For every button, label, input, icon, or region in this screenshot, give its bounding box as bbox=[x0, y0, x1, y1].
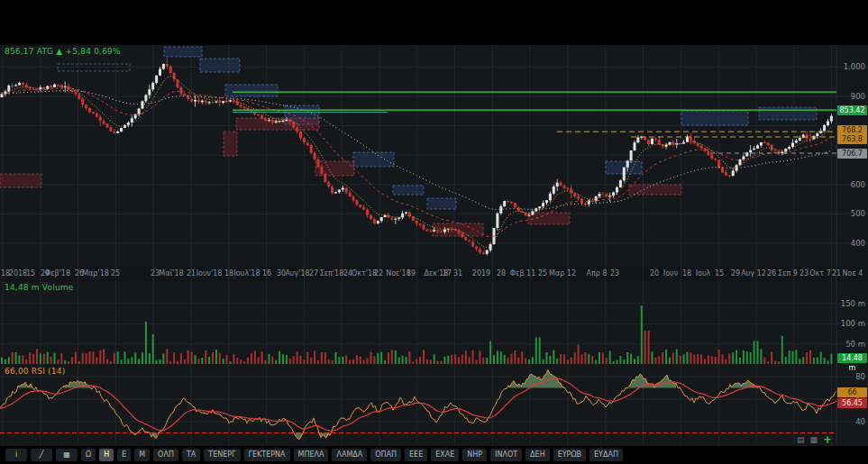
interval-button-Ε[interactable]: Ε bbox=[117, 449, 131, 461]
grid-icon-button[interactable]: ▦ bbox=[56, 449, 78, 461]
chart-style-icon[interactable]: ▦ bbox=[810, 435, 818, 444]
time-label: Ιουν bbox=[663, 269, 678, 277]
time-label: 27 bbox=[309, 269, 318, 277]
rsi-badge: 56.45 bbox=[837, 398, 867, 408]
time-label: Οκτ 7 bbox=[809, 269, 830, 277]
trading-chart-screen: 856,17 ATG ▲ +5,84 0,69% 14,48 m Volume … bbox=[0, 0, 868, 464]
time-label: Ιουν'18 bbox=[196, 269, 223, 277]
time-label: 16 bbox=[262, 269, 271, 277]
time-label: Νοε 4 bbox=[843, 269, 863, 277]
time-label: 23 bbox=[799, 269, 809, 277]
time-label: 2018 bbox=[9, 269, 27, 277]
time-label: 31 bbox=[453, 269, 462, 277]
ticker-button-ΓΕΚΤΕΡΝΑ[interactable]: ΓΕΚΤΕΡΝΑ bbox=[244, 449, 290, 461]
volume-tick: 100 m bbox=[838, 319, 865, 328]
time-label: Απρ 8 bbox=[587, 269, 608, 277]
time-label: Ιουλ bbox=[696, 269, 711, 277]
trendline-icon-button[interactable]: ╱ bbox=[31, 449, 52, 461]
ticker-button-ΔΕΗ[interactable]: ΔΕΗ bbox=[525, 449, 550, 461]
time-label: 28 bbox=[497, 269, 506, 277]
time-label: Σεπ 9 bbox=[778, 269, 798, 277]
time-label: 25 bbox=[538, 269, 547, 277]
interval-button-Μ[interactable]: Μ bbox=[134, 449, 150, 461]
price-badge: 853.42 bbox=[837, 105, 867, 115]
time-label: 2019 bbox=[472, 269, 490, 277]
time-label: 15 bbox=[715, 269, 724, 277]
time-label: Φεβ'18 bbox=[45, 269, 70, 277]
time-label: Σεπ'18 bbox=[320, 269, 344, 277]
time-label: Μαϊ'18 bbox=[159, 269, 183, 277]
ticker-button-ΕΥΔΑΠ[interactable]: ΕΥΔΑΠ bbox=[589, 449, 623, 461]
symbol-legend: 856,17 ATG ▲ +5,84 0,69% bbox=[5, 47, 121, 56]
bottom-toolbar: i╱▦ΩΗΕΜΟΛΠΤΑΤΕΝΕΡΓΓΕΚΤΕΡΝΑΜΠΕΛΑΛΑΜΔΑΟΠΑΠ… bbox=[0, 446, 868, 464]
price-tick: 900 bbox=[838, 92, 865, 101]
ticker-button-ΕΧΑΕ[interactable]: ΕΧΑΕ bbox=[431, 449, 459, 461]
ticker-button-ΙΝΛΟΤ[interactable]: ΙΝΛΟΤ bbox=[490, 449, 522, 461]
time-label: 18 bbox=[224, 269, 233, 277]
interval-button-Ω[interactable]: Ω bbox=[81, 449, 96, 461]
time-label: 19 bbox=[407, 269, 416, 277]
volume-legend: 14,48 m Volume bbox=[5, 283, 74, 292]
add-indicator-plus-icon[interactable]: + bbox=[823, 435, 832, 444]
time-label: 23 bbox=[610, 269, 619, 277]
interval-button-Η[interactable]: Η bbox=[99, 449, 114, 461]
time-label: Αυγ 12 bbox=[741, 269, 766, 277]
time-label: 26 bbox=[767, 269, 776, 277]
price-badge: 763.8 bbox=[837, 134, 867, 144]
time-label: 20 bbox=[650, 269, 659, 277]
time-label: 25 bbox=[111, 269, 120, 277]
ticker-button-ΕΕΕ[interactable]: ΕΕΕ bbox=[405, 449, 427, 461]
pane-corner-tools: ▤ ▦ + bbox=[797, 435, 832, 444]
ticker-button-ΟΠΑΠ[interactable]: ΟΠΑΠ bbox=[370, 449, 401, 461]
volume-tick: 150 m bbox=[838, 299, 865, 308]
price-badge: 706.7 bbox=[837, 149, 867, 159]
time-label: Αυγ'18 bbox=[285, 269, 309, 277]
panes-icon[interactable]: ▤ bbox=[797, 435, 805, 444]
price-tick: 600 bbox=[838, 180, 865, 189]
time-label: 21 bbox=[187, 269, 196, 277]
volume-tick: 50 m bbox=[838, 340, 865, 349]
time-label: 18 bbox=[682, 269, 691, 277]
chart-canvas[interactable] bbox=[0, 0, 868, 464]
time-label: Μαρ 12 bbox=[549, 269, 576, 277]
time-label: 22 bbox=[374, 269, 383, 277]
rsi-legend: 66,00 RSI (14) bbox=[5, 367, 65, 376]
time-label: 17 bbox=[443, 269, 452, 277]
price-tick: 500 bbox=[838, 209, 865, 218]
time-label: Μαρ'18 bbox=[82, 269, 109, 277]
ticker-button-ΟΛΠ[interactable]: ΟΛΠ bbox=[153, 449, 178, 461]
volume-badge: 14.48 m bbox=[837, 353, 867, 363]
ticker-button-ΕΥΡΩΒ[interactable]: ΕΥΡΩΒ bbox=[553, 449, 586, 461]
time-label: Ιουλ'18 bbox=[234, 269, 260, 277]
info-icon-button[interactable]: i bbox=[5, 449, 27, 461]
rsi-tick: 40 bbox=[838, 417, 865, 426]
time-label: 21 bbox=[832, 269, 841, 277]
time-label: 15 bbox=[26, 269, 35, 277]
time-label: 29 bbox=[731, 269, 740, 277]
time-label: Φεβ 11 bbox=[510, 269, 535, 277]
ticker-button-ΝΗΡ[interactable]: ΝΗΡ bbox=[462, 449, 487, 461]
price-tick: 400 bbox=[838, 239, 865, 248]
time-label: Οκτ'18 bbox=[352, 269, 377, 277]
rsi-badge: 66 bbox=[837, 387, 867, 397]
ticker-button-ΤΕΝΕΡΓ[interactable]: ΤΕΝΕΡΓ bbox=[204, 449, 240, 461]
ticker-button-ΛΑΜΔΑ[interactable]: ΛΑΜΔΑ bbox=[332, 449, 367, 461]
ticker-button-ΜΠΕΛΑ[interactable]: ΜΠΕΛΑ bbox=[294, 449, 329, 461]
ticker-button-ΤΑ[interactable]: ΤΑ bbox=[182, 449, 200, 461]
price-tick: 1.000 bbox=[838, 62, 865, 71]
rsi-tick: 80 bbox=[838, 372, 865, 381]
